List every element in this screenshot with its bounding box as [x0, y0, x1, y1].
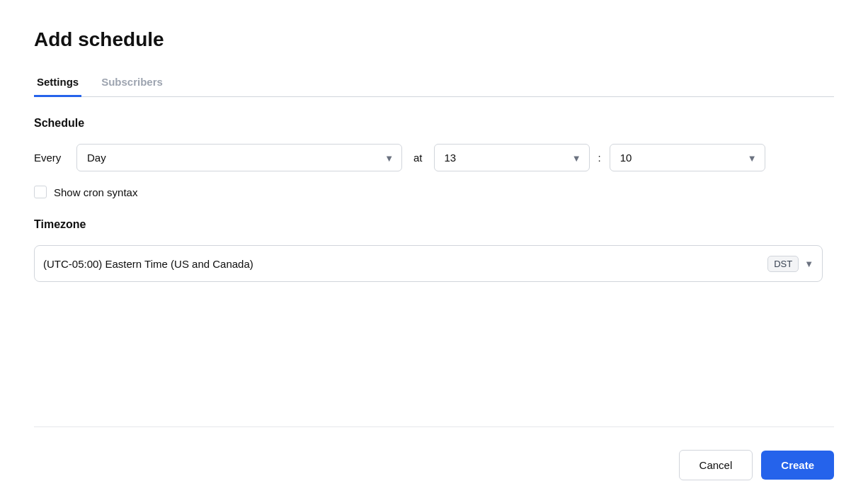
tab-subscribers[interactable]: Subscribers [98, 69, 166, 97]
cron-syntax-label: Show cron syntax [54, 186, 137, 198]
every-label: Every [34, 152, 68, 164]
minute-select-wrapper: 00051015 20253035 40455055 ▼ [610, 144, 765, 171]
footer-actions: Cancel Create [34, 444, 834, 480]
timezone-select-wrapper[interactable]: (UTC-05:00) Eastern Time (US and Canada)… [34, 245, 823, 282]
timezone-section: Timezone (UTC-05:00) Eastern Time (US an… [34, 218, 823, 282]
footer-divider [34, 426, 834, 427]
at-label: at [411, 152, 426, 164]
hour-select[interactable]: 00010203 04050607 08091011 12131415 1617… [434, 144, 590, 171]
frequency-select-wrapper: Day Hour Week Month ▼ [76, 144, 402, 171]
cron-syntax-checkbox[interactable] [34, 186, 47, 198]
tabs-bar: Settings Subscribers [34, 68, 834, 97]
content-area: Schedule Every Day Hour Week Month ▼ at … [34, 97, 834, 409]
modal: Add schedule Settings Subscribers Schedu… [0, 0, 868, 503]
dst-badge: DST [767, 256, 799, 272]
schedule-row: Every Day Hour Week Month ▼ at 00010203 … [34, 144, 823, 171]
colon-separator: : [598, 152, 601, 164]
minute-select[interactable]: 00051015 20253035 40455055 [610, 144, 765, 171]
schedule-section-label: Schedule [34, 117, 823, 130]
cancel-button[interactable]: Cancel [679, 450, 753, 480]
tab-settings[interactable]: Settings [34, 69, 81, 97]
hour-select-wrapper: 00010203 04050607 08091011 12131415 1617… [434, 144, 590, 171]
frequency-select[interactable]: Day Hour Week Month [76, 144, 402, 171]
cron-checkbox-row: Show cron syntax [34, 186, 823, 198]
page-title: Add schedule [34, 28, 834, 51]
timezone-section-label: Timezone [34, 218, 823, 231]
schedule-section: Schedule Every Day Hour Week Month ▼ at … [34, 117, 823, 198]
timezone-value: (UTC-05:00) Eastern Time (US and Canada) [43, 258, 767, 270]
timezone-chevron-icon: ▼ [804, 259, 813, 269]
create-button[interactable]: Create [761, 451, 834, 480]
